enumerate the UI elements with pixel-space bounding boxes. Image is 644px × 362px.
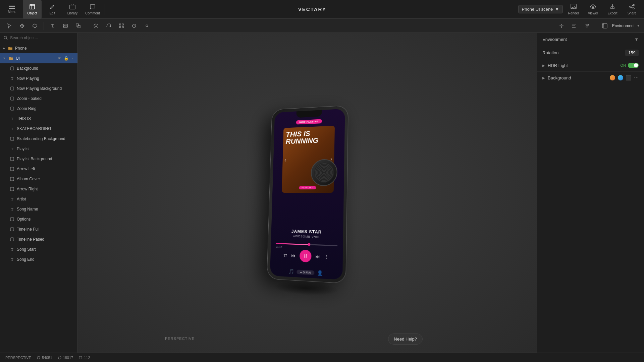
layer-item-arrow-right[interactable]: Arrow Right [0, 184, 77, 194]
layer-type-icon [9, 156, 15, 162]
svg-point-3 [592, 6, 594, 8]
layer-item-album-cover[interactable]: Album Cover [0, 174, 77, 184]
bg-color-1[interactable] [610, 75, 615, 80]
render-button[interactable]: Render [564, 0, 583, 19]
title-text: VECTARY [298, 6, 326, 12]
bg-more-icon[interactable]: ⋯ [634, 75, 639, 80]
canvas-area[interactable]: NOW PLAYING THIS IS RUNNING PLAYLIST [78, 33, 537, 353]
layer-type-icon [9, 186, 15, 192]
hdr-light-toggle[interactable]: ON [621, 63, 639, 68]
layer-item-skateboarding-bg[interactable]: Skateboarding Background [0, 134, 77, 144]
shuffle-button[interactable]: ⇄ [283, 252, 287, 258]
export-button[interactable]: Export [603, 0, 622, 19]
select-tool[interactable] [4, 20, 15, 31]
search-input[interactable] [10, 36, 74, 40]
env-panel-toggle[interactable] [599, 20, 610, 31]
layer-item-now-playing-bg[interactable]: Now Playing Background [0, 83, 77, 94]
svg-rect-23 [10, 137, 14, 140]
share-button[interactable]: Share [623, 0, 641, 19]
layer-item-artist[interactable]: TArtist [0, 194, 77, 204]
rotation-value[interactable]: 159 [625, 50, 639, 56]
layer-label: Arrow Left [17, 167, 75, 171]
options-button[interactable]: ⋮ [324, 254, 329, 260]
move-tool[interactable] [17, 20, 28, 31]
hdr-light-value: ON [621, 63, 626, 67]
layer-type-icon: T [9, 247, 15, 252]
layer-label: Song End [17, 257, 75, 262]
bg-color-2[interactable] [618, 75, 623, 80]
object-tool[interactable] [30, 20, 40, 31]
prev-button[interactable]: ⏮ [291, 253, 296, 258]
svg-rect-7 [63, 24, 67, 27]
align-tool[interactable] [569, 20, 580, 31]
layer-item-playlist-bg[interactable]: Playlist Background [0, 154, 77, 164]
layer-item-now-playing[interactable]: TNow Playing [0, 73, 77, 83]
export-label: Export [608, 11, 618, 15]
viewer-button[interactable]: Viewer [584, 0, 602, 19]
hdr-toggle-dot [628, 63, 639, 68]
layer-type-icon [9, 106, 15, 111]
layer-item-background[interactable]: Background [0, 63, 77, 73]
layer-type-icon [9, 176, 15, 182]
svg-point-5 [633, 8, 634, 9]
layer-visibility-btn[interactable]: 👁 [58, 56, 62, 61]
background-section[interactable]: ▶ Background ⋯ [537, 72, 644, 84]
queue-button[interactable]: ▲ QUEUE [297, 269, 314, 275]
snap-tool[interactable] [556, 20, 567, 31]
hdr-light-section[interactable]: ▶ HDR Light ON [537, 59, 644, 72]
scene-selector[interactable]: Phone UI scene ▼ [518, 5, 563, 13]
light-tool[interactable] [91, 20, 101, 31]
rotate-tool[interactable] [582, 20, 592, 31]
layer-item-ui[interactable]: ▼UI👁🔒⋮ [0, 53, 77, 63]
env-collapse-icon[interactable]: ▼ [634, 37, 639, 42]
library-label: Library [67, 11, 78, 15]
home-icon[interactable]: 🎵 [288, 268, 294, 274]
text-tool[interactable] [47, 20, 58, 31]
pause-button[interactable]: ⏸ [300, 250, 312, 262]
progress-bar[interactable] [276, 243, 338, 246]
time-label: 01:17 [276, 245, 282, 249]
layer-item-song-end[interactable]: TSong End [0, 254, 77, 264]
arrow-left-button[interactable]: ‹ [284, 157, 286, 163]
layer-more-btn[interactable]: ⋮ [71, 56, 75, 61]
layer-item-this-is[interactable]: TTHIS IS [0, 114, 77, 124]
help-button[interactable]: Need Help? [388, 334, 423, 345]
bg-image-slot[interactable] [626, 75, 631, 80]
pen-tool[interactable] [129, 20, 140, 31]
layer-type-icon [8, 56, 14, 61]
layer-type-icon: T [9, 126, 15, 131]
transform-tool[interactable] [116, 20, 127, 31]
layer-item-song-start[interactable]: TSong Start [0, 244, 77, 254]
comment-button[interactable]: Comment [83, 0, 102, 19]
perspective-status: PERSPECTIVE [5, 356, 31, 360]
material-tool[interactable] [103, 20, 114, 31]
curve-tool[interactable] [142, 20, 152, 31]
layer-item-song-name[interactable]: TSong Name [0, 204, 77, 214]
object-button[interactable]: Object [23, 0, 42, 19]
layer-item-zoom-baked[interactable]: Zoom - baked [0, 94, 77, 104]
env-dropdown-icon[interactable]: ▼ [637, 24, 640, 27]
next-button[interactable]: ⏭ [315, 254, 320, 259]
folder-toggle: ▶ [3, 47, 5, 50]
menu-button[interactable]: Menu [3, 0, 21, 19]
svg-point-16 [586, 25, 588, 27]
library-button[interactable]: Library [63, 0, 82, 19]
profile-icon[interactable]: 👤 [317, 270, 323, 276]
layer-lock-btn[interactable]: 🔒 [64, 56, 69, 61]
shape-tool[interactable] [73, 20, 84, 31]
edit-button[interactable]: Edit [43, 0, 62, 19]
layer-item-timeline-full[interactable]: Timeline Full [0, 224, 77, 234]
layer-item-timeline-pased[interactable]: Timeline Pased [0, 234, 77, 244]
layer-item-skateboarding[interactable]: TSKATEBOARDING [0, 124, 77, 134]
layer-item-playlist[interactable]: TPlaylist [0, 144, 77, 154]
polygons-status: 18017 [58, 356, 73, 360]
layer-label: UI [16, 56, 56, 61]
perspective-status-label: PERSPECTIVE [5, 356, 31, 360]
layer-item-arrow-left[interactable]: Arrow Left [0, 164, 77, 174]
layer-item-zoom-ring[interactable]: Zoom Ring [0, 104, 77, 114]
image-tool[interactable] [60, 20, 71, 31]
playlist-badge-inner: PLAYLIST [299, 186, 316, 189]
layer-item-options[interactable]: Options [0, 214, 77, 224]
arrow-right-button[interactable]: › [330, 156, 332, 162]
layer-item-phone[interactable]: ▶Phone [0, 43, 77, 53]
